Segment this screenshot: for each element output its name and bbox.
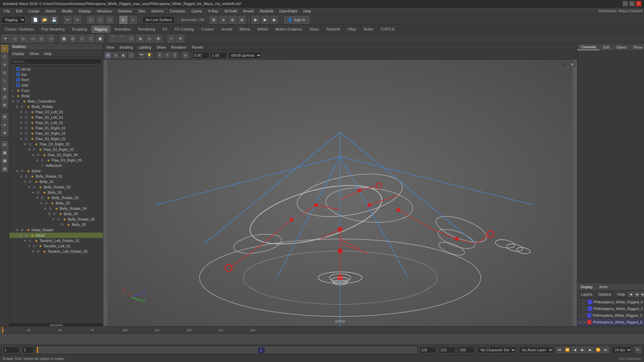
playback-prev-key-btn[interactable]: ⏪ bbox=[564, 347, 571, 353]
tree-item-main-controllers[interactable]: ▼ ⊟ ◆ Main_Controllers bbox=[9, 99, 103, 104]
rotate-btn[interactable]: ↻ bbox=[119, 16, 127, 24]
tool-ik2[interactable]: ⌒ bbox=[118, 35, 126, 43]
layer-p-4[interactable]: P bbox=[583, 320, 587, 324]
layers-menu-options[interactable]: Options bbox=[596, 292, 614, 297]
menu-display[interactable]: Display bbox=[76, 8, 94, 14]
quick-layout1[interactable]: ▦ bbox=[1, 149, 8, 156]
save-scene-btn[interactable]: 💾 bbox=[50, 16, 58, 24]
vp-display-shaded[interactable]: ◐ bbox=[120, 52, 127, 59]
outliner-menu-show[interactable]: Show bbox=[27, 51, 42, 56]
menu-cache[interactable]: Cache bbox=[189, 8, 205, 14]
universal-tool[interactable]: ⊕ bbox=[1, 85, 8, 93]
paint-select-tool[interactable]: ⬡ bbox=[1, 53, 8, 60]
move-tool[interactable]: ✛ bbox=[1, 61, 8, 68]
menu-openflight[interactable]: OpenFlight bbox=[277, 8, 300, 14]
tab-mash[interactable]: MASH bbox=[254, 25, 271, 33]
playback-next-key-btn[interactable]: ⏩ bbox=[595, 347, 601, 353]
layers-menu-layers[interactable]: Layers bbox=[579, 292, 595, 297]
paint-btn[interactable]: ⬡ bbox=[106, 16, 114, 24]
timeline-ruler[interactable]: 1 25 50 75 100 125 150 175 200 bbox=[0, 326, 644, 334]
tool-weight[interactable]: ◈ bbox=[136, 35, 144, 43]
select-tool[interactable]: ↖ bbox=[1, 45, 8, 52]
no-live-surface[interactable]: No Live Surface bbox=[143, 16, 175, 23]
menu-constrain[interactable]: Constrain bbox=[167, 8, 188, 14]
scale-btn[interactable]: ⤡ bbox=[129, 16, 137, 24]
tree-item-paw03right03[interactable]: ▼ ⊟ ◆ Paw_03_Right_03 bbox=[9, 147, 103, 152]
tab-object[interactable]: Object bbox=[612, 45, 630, 50]
tab-turtle[interactable]: TURTLE bbox=[377, 25, 398, 33]
layer-vp-1[interactable]: V bbox=[579, 300, 583, 304]
scale-tool[interactable]: ⤡ bbox=[1, 77, 8, 84]
redo-btn[interactable]: ↪ bbox=[73, 16, 81, 24]
render-btn[interactable]: ▶ bbox=[252, 16, 260, 24]
vp-light-btn[interactable]: 💡 bbox=[146, 52, 153, 59]
frame-start-input[interactable] bbox=[3, 347, 19, 353]
layer-item-1[interactable]: V P Phthiraptera_White_Rigged_ll bbox=[577, 299, 644, 305]
layer-p-3[interactable]: P bbox=[583, 313, 587, 317]
maximize-button[interactable]: □ bbox=[629, 1, 635, 6]
vp-menu-renderer[interactable]: Renderer bbox=[168, 45, 189, 50]
tool-marquee[interactable]: ◻ bbox=[38, 35, 46, 43]
tree-item-head[interactable]: ▼ ⊟ ◆ Head bbox=[9, 233, 103, 238]
tool-move-h[interactable]: ▷ bbox=[19, 35, 28, 43]
tab-show[interactable]: Show bbox=[630, 45, 644, 50]
tab-fx-caching[interactable]: FX Caching bbox=[171, 25, 197, 33]
tool-mesh-display[interactable]: ▦ bbox=[60, 35, 68, 43]
vp-gamma-input[interactable] bbox=[193, 52, 209, 59]
tool-joint[interactable]: ▣ bbox=[96, 35, 104, 43]
tab-vray[interactable]: VRay bbox=[344, 25, 360, 33]
vp-gamma-input2[interactable] bbox=[210, 52, 227, 59]
tree-item-belly-rotate-04[interactable]: ▼ ⊟ ◆ Belly_Rotate_04 bbox=[9, 206, 103, 211]
outliner-menu-display[interactable]: Display bbox=[9, 51, 27, 56]
snap-grid-btn[interactable]: ⊞ bbox=[210, 16, 218, 24]
close-button[interactable]: ✕ bbox=[636, 1, 641, 6]
tab-arnold[interactable]: Arnold bbox=[218, 25, 235, 33]
tree-item-top[interactable]: top bbox=[9, 72, 103, 77]
tree-item-front[interactable]: front bbox=[9, 77, 103, 82]
snap-surface-btn[interactable]: ⊗ bbox=[238, 16, 246, 24]
layer-item-3[interactable]: V P Phthiraptera_White_Rigged_C bbox=[577, 312, 644, 319]
tab-anim-layers[interactable]: Anim bbox=[596, 284, 611, 290]
playback-end-input[interactable] bbox=[439, 347, 455, 353]
menu-modify[interactable]: Modify bbox=[59, 8, 75, 14]
tree-item-belly-01[interactable]: ▼ ⊟ ◆ Belly_01 bbox=[9, 179, 103, 184]
tree-item-spine[interactable]: ▼ ⊟ ◆ Spine bbox=[9, 168, 103, 174]
tool-rivet[interactable]: ⊕ bbox=[154, 35, 162, 43]
tab-xgen[interactable]: XGen bbox=[306, 25, 322, 33]
layer-vp-4[interactable]: V bbox=[579, 320, 582, 324]
vp-snap-y[interactable]: Y bbox=[164, 52, 171, 59]
tree-item-paw03right02[interactable]: ▼ ⊟ ◆ Paw_03_Right_02 bbox=[9, 141, 103, 147]
tree-item-persp[interactable]: persp bbox=[9, 66, 103, 72]
loop-btn[interactable]: ↻ bbox=[635, 347, 641, 353]
workspace-label[interactable]: Workspace: Maya Classic▾ bbox=[598, 9, 643, 13]
tab-rigging[interactable]: Rigging bbox=[91, 25, 110, 33]
tab-edit[interactable]: Edit bbox=[599, 45, 612, 50]
new-scene-btn[interactable]: 📄 bbox=[31, 16, 39, 24]
tab-motion-graphics[interactable]: Motion Graphics bbox=[272, 25, 306, 33]
tree-item-tendrils-left-rotate-02[interactable]: ▼ ⊟ ◆ Tendrils_Left_Rotate_02 bbox=[9, 249, 103, 254]
tool-curve[interactable]: ⬠ bbox=[87, 35, 95, 43]
menu-file[interactable]: File bbox=[1, 8, 13, 14]
layer-vp-2[interactable]: V bbox=[579, 307, 583, 311]
quick-layout2[interactable]: ▩ bbox=[1, 157, 8, 164]
outliner-search-input[interactable] bbox=[10, 58, 102, 64]
tree-item-paw03right05[interactable]: ▼ ⊟ ◆ Paw_03_Right_05 bbox=[9, 158, 103, 163]
tree-item-belly-rotate-05[interactable]: ▼ ⊟ ◆ Belly_Rotate_05 bbox=[9, 217, 103, 222]
vp-colorspace-dropdown[interactable]: sRGB gamma bbox=[228, 52, 262, 59]
frame-current-input[interactable] bbox=[22, 347, 34, 353]
playback-play-btn[interactable]: ▶ bbox=[579, 347, 586, 353]
layer-p-2[interactable]: P bbox=[583, 307, 587, 311]
tree-item-head-rotate[interactable]: ▼ ⊟ ◆ Head_Rotate bbox=[9, 227, 103, 233]
vp-display-wire[interactable]: ◎ bbox=[112, 52, 119, 59]
menu-skeleton[interactable]: Skeleton bbox=[115, 8, 135, 14]
tool-deform[interactable]: ◇ bbox=[145, 35, 153, 43]
tool-ctrl-plus[interactable]: + bbox=[167, 35, 175, 43]
layers-next-btn[interactable]: ◀ bbox=[634, 292, 640, 297]
layers-first-btn[interactable]: ▶ bbox=[640, 292, 644, 297]
tool-skin[interactable]: ⬡ bbox=[127, 35, 135, 43]
snap-curve-btn[interactable]: ⌀ bbox=[219, 16, 227, 24]
tool-ik[interactable]: ⌒ bbox=[109, 35, 117, 43]
show-manip-tool[interactable]: ⊞ bbox=[1, 101, 8, 109]
lasso-btn[interactable]: ⬡ bbox=[96, 16, 104, 24]
tree-item-tendrils-left-rotate-01[interactable]: ▼ ⊟ ◆ Tendrils_Left_Rotate_01 bbox=[9, 238, 103, 243]
